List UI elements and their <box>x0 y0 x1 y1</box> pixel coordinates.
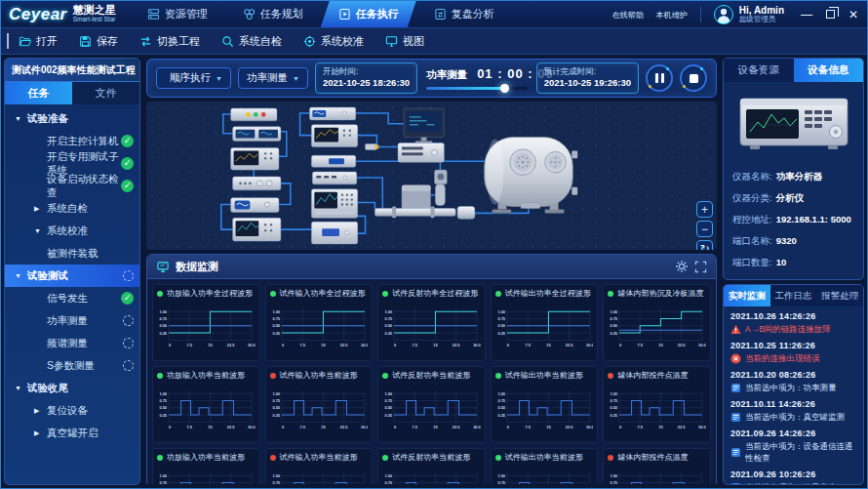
tree-node-15[interactable]: ▶真空罐开启 <box>5 422 139 444</box>
tree-node-label: 信号发生 <box>47 292 88 306</box>
expander-icon[interactable]: ▼ <box>15 272 27 279</box>
execution-mode-select[interactable]: 顺序执行 ▼ <box>156 67 231 89</box>
nav-tab-3[interactable]: 任务执行 <box>321 1 416 27</box>
log-message: 当前选中项为：真空罐监测 <box>730 412 856 424</box>
svg-text:30.0: 30.0 <box>586 343 593 347</box>
toolbar-button-3[interactable]: 切换工程 <box>139 34 200 49</box>
device-tab-1[interactable]: 设备资源 <box>724 59 794 82</box>
settings-gear-icon[interactable] <box>675 260 689 273</box>
nav-tab-4[interactable]: 复盘分析 <box>416 1 512 27</box>
svg-text:30.0: 30.0 <box>248 425 255 429</box>
tree-node-6[interactable]: ▼系统校准 <box>5 220 139 242</box>
svg-text:0.25: 0.25 <box>385 331 393 336</box>
tree-node-label: 功率测量 <box>47 314 88 328</box>
svg-text:7.5: 7.5 <box>186 343 192 347</box>
minimize-button[interactable]: — <box>801 9 812 20</box>
svg-text:1.00: 1.00 <box>385 391 393 396</box>
canvas-zoom-controls: + − ↻ <box>696 201 713 250</box>
toolbar-button-label: 视图 <box>403 34 424 49</box>
tree-node-7[interactable]: 被测件装载 <box>5 242 139 265</box>
toolbar-button-2[interactable]: 保存 <box>79 34 118 49</box>
chart-title-text: 试件反射功率当前波形 <box>392 370 470 381</box>
toolbar-button-1[interactable]: 打开 <box>19 34 58 49</box>
log-text: 当前选中项为：功率测量 <box>745 383 837 394</box>
device-field-label: 端口数量: <box>732 257 772 269</box>
log-tab-3[interactable]: 报警处理 <box>816 285 863 306</box>
expander-icon[interactable]: ▼ <box>34 227 47 234</box>
toolbar-button-4[interactable]: 系统自检 <box>221 34 282 49</box>
progress-knob[interactable] <box>500 84 509 93</box>
mini-chart: 1.000.750.500.2507.51522.530.0 <box>382 381 481 440</box>
user-menu[interactable]: Hi, Admin 超级管理员 <box>714 5 784 24</box>
instrument-stack-left <box>231 108 281 241</box>
svg-text:0: 0 <box>281 343 284 347</box>
expander-icon[interactable]: ▶ <box>34 205 47 213</box>
zoom-in-button[interactable]: + <box>696 201 713 218</box>
nav-tab-label: 任务执行 <box>356 7 399 21</box>
stop-button[interactable] <box>680 64 707 92</box>
log-tab-1[interactable]: 实时监测 <box>724 285 770 306</box>
sidebar-tab-1[interactable]: 任务 <box>5 82 72 104</box>
project-title: 测试件002频率性能测试工程 <box>5 59 139 82</box>
status-done-icon: ✓ <box>121 292 134 305</box>
server-icon <box>147 8 160 20</box>
start-time-label: 开始时间: <box>323 66 410 77</box>
zoom-out-button[interactable]: − <box>696 221 713 237</box>
tree-node-11[interactable]: 频谱测量 <box>5 332 139 354</box>
log-message: A→B间的链路连接故障 <box>730 324 856 336</box>
maintenance-button[interactable]: 本机维护 <box>656 9 688 20</box>
run-icon <box>338 8 351 20</box>
tree-node-12[interactable]: S参数测量 <box>5 354 139 377</box>
expander-icon[interactable]: ▼ <box>15 115 27 122</box>
pause-button[interactable] <box>646 64 673 92</box>
tree-node-8[interactable]: ▼试验测试 <box>5 265 139 287</box>
avatar <box>714 5 733 24</box>
tree-node-14[interactable]: ▶复位设备 <box>5 399 139 422</box>
zoom-reset-button[interactable]: ↻ <box>696 240 713 250</box>
svg-text:1.00: 1.00 <box>385 473 393 478</box>
status-dot <box>608 373 613 379</box>
expander-icon[interactable]: ▼ <box>15 385 27 391</box>
tree-node-5[interactable]: ▶系统自检 <box>5 197 139 220</box>
tree-node-4[interactable]: 设备启动状态检查✓ <box>5 175 139 197</box>
warn-icon <box>730 324 741 335</box>
nav-tab-1[interactable]: 资源管理 <box>130 1 225 27</box>
toolbar-button-label: 保存 <box>97 34 118 49</box>
tree-node-1[interactable]: ▼试验准备 <box>5 107 139 130</box>
expander-icon[interactable]: ▶ <box>34 429 47 437</box>
tree-node-label: 试验准备 <box>27 112 68 126</box>
expand-icon[interactable] <box>694 261 707 273</box>
tree-node-9[interactable]: 信号发生✓ <box>5 287 139 309</box>
maximize-button[interactable] <box>824 9 836 20</box>
log-tab-2[interactable]: 工作日志 <box>770 285 817 306</box>
expander-icon[interactable]: ▶ <box>34 407 47 415</box>
online-help-button[interactable]: 在线帮助 <box>612 9 644 20</box>
svg-text:15: 15 <box>321 343 326 347</box>
svg-text:0: 0 <box>281 425 284 429</box>
svg-text:0.25: 0.25 <box>272 331 280 336</box>
current-task-name: 功率测量 <box>426 68 467 82</box>
mini-chart: 1.000.750.500.2507.51522.530.0 <box>270 463 369 484</box>
toolbar-button-5[interactable]: 系统校准 <box>303 34 364 49</box>
chart-title-text: 试件输出功率当前波形 <box>505 452 583 463</box>
svg-text:0: 0 <box>169 343 172 347</box>
svg-text:0.75: 0.75 <box>272 316 280 321</box>
topology-canvas[interactable]: + − ↻ <box>146 102 717 250</box>
nav-tab-2[interactable]: 任务规划 <box>225 1 321 27</box>
brand-logo: Ceyear <box>9 5 67 24</box>
tree-node-13[interactable]: ▼试验收尾 <box>5 377 139 399</box>
svg-text:0.75: 0.75 <box>497 480 505 484</box>
device-field-5: 端口数量:10 <box>732 252 854 273</box>
chart-title: 试件输出功率当前波形 <box>495 452 594 463</box>
sidebar-tab-2[interactable]: 文件 <box>72 82 139 104</box>
device-tab-2[interactable]: 设备信息 <box>794 59 864 82</box>
svg-text:0.25: 0.25 <box>611 331 618 336</box>
svg-text:0.50: 0.50 <box>497 323 505 328</box>
close-button[interactable]: ✕ <box>848 9 859 20</box>
task-select[interactable]: 功率测量 ▼ <box>238 67 308 89</box>
tree-node-10[interactable]: 功率测量 <box>5 309 139 332</box>
toolbar-button-6[interactable]: 视图 <box>385 34 424 49</box>
mini-chart: 1.000.750.500.2507.51522.530.0 <box>608 463 706 484</box>
status-dot <box>270 373 276 379</box>
chart-title-text: 罐体内部热沉及冷板温度 <box>617 288 703 299</box>
